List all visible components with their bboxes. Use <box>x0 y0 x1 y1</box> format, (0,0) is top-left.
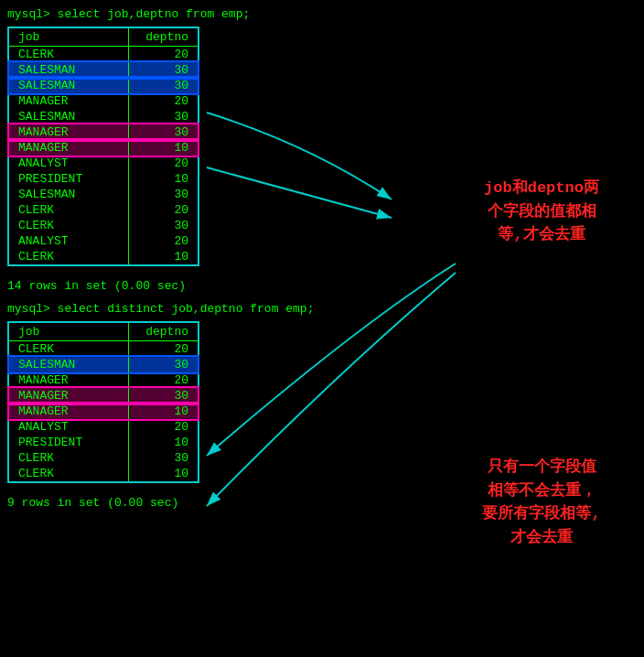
deptno-cell: 30 <box>128 78 198 93</box>
footer-1: 14 rows in set (0.00 sec) <box>7 279 236 293</box>
table-row: SALESMAN30 <box>9 62 198 78</box>
table-row: MANAGER20 <box>9 93 198 109</box>
deptno-cell: 20 <box>128 156 198 171</box>
job-cell: MANAGER <box>9 372 128 388</box>
deptno-cell: 20 <box>128 93 198 109</box>
table-row: ANALYST20 <box>9 156 198 171</box>
job-cell: ANALYST <box>9 233 128 249</box>
deptno-cell: 20 <box>128 47 198 63</box>
job-cell: MANAGER <box>9 93 128 109</box>
table-row: ANALYST20 <box>9 419 198 435</box>
job-cell: MANAGER <box>9 140 128 156</box>
table-row: PRESIDENT10 <box>9 171 198 187</box>
table-row: MANAGER10 <box>9 140 198 156</box>
prompt-2: mysql> select distinct job,deptno from e… <box>7 302 236 316</box>
deptno-cell: 20 <box>128 419 198 435</box>
job-cell: CLERK <box>9 341 128 358</box>
table-row: CLERK30 <box>9 218 198 233</box>
annotation-1: job和deptno两 个字段的值都相 等,才会去重 <box>441 177 642 247</box>
table-row: SALESMAN30 <box>9 109 198 124</box>
table-row: ANALYST20 <box>9 233 198 249</box>
deptno-cell: 30 <box>128 124 198 140</box>
table-row: MANAGER30 <box>9 388 198 404</box>
job-cell: CLERK <box>9 450 128 466</box>
job-cell: MANAGER <box>9 404 128 419</box>
deptno-cell: 20 <box>128 202 198 218</box>
col-header-job-2: job <box>9 323 128 341</box>
deptno-cell: 10 <box>128 249 198 264</box>
job-cell: SALESMAN <box>9 78 128 93</box>
deptno-cell: 20 <box>128 372 198 388</box>
job-cell: ANALYST <box>9 156 128 171</box>
deptno-cell: 10 <box>128 435 198 450</box>
table-row: SALESMAN30 <box>9 357 198 372</box>
table-row: CLERK20 <box>9 202 198 218</box>
deptno-cell: 10 <box>128 171 198 187</box>
table-row: CLERK30 <box>9 450 198 466</box>
col-header-deptno-2: deptno <box>128 323 198 341</box>
deptno-cell: 30 <box>128 388 198 404</box>
deptno-cell: 30 <box>128 187 198 202</box>
job-cell: MANAGER <box>9 388 128 404</box>
table-1: job deptno CLERK20SALESMAN30SALESMAN30MA… <box>7 27 199 266</box>
table-row: CLERK20 <box>9 341 198 358</box>
col-header-job-1: job <box>9 28 128 47</box>
job-cell: CLERK <box>9 466 128 481</box>
col-header-deptno-1: deptno <box>128 28 198 47</box>
deptno-cell: 10 <box>128 404 198 419</box>
table-row: SALESMAN30 <box>9 78 198 93</box>
deptno-cell: 10 <box>128 140 198 156</box>
job-cell: MANAGER <box>9 124 128 140</box>
deptno-cell: 30 <box>128 62 198 78</box>
deptno-cell: 30 <box>128 450 198 466</box>
job-cell: ANALYST <box>9 419 128 435</box>
deptno-cell: 10 <box>128 466 198 481</box>
table-row: PRESIDENT10 <box>9 435 198 450</box>
table-row: CLERK10 <box>9 466 198 481</box>
job-cell: CLERK <box>9 218 128 233</box>
job-cell: CLERK <box>9 47 128 63</box>
annotation-2: 只有一个字段值 相等不会去重， 要所有字段相等, 才会去重 <box>441 456 642 549</box>
footer-2: 9 rows in set (0.00 sec) <box>7 496 236 510</box>
prompt-1: mysql> select job,deptno from emp; <box>7 7 236 21</box>
table-row: MANAGER30 <box>9 124 198 140</box>
table-row: MANAGER20 <box>9 372 198 388</box>
table-row: CLERK20 <box>9 47 198 63</box>
deptno-cell: 30 <box>128 109 198 124</box>
table-2: job deptno CLERK20SALESMAN30MANAGER20MAN… <box>7 321 199 483</box>
job-cell: SALESMAN <box>9 187 128 202</box>
deptno-cell: 30 <box>128 357 198 372</box>
job-cell: SALESMAN <box>9 357 128 372</box>
job-cell: PRESIDENT <box>9 171 128 187</box>
deptno-cell: 30 <box>128 218 198 233</box>
deptno-cell: 20 <box>128 233 198 249</box>
table-row: MANAGER10 <box>9 404 198 419</box>
job-cell: SALESMAN <box>9 62 128 78</box>
deptno-cell: 20 <box>128 341 198 358</box>
job-cell: SALESMAN <box>9 109 128 124</box>
job-cell: PRESIDENT <box>9 435 128 450</box>
job-cell: CLERK <box>9 202 128 218</box>
table-row: CLERK10 <box>9 249 198 264</box>
job-cell: CLERK <box>9 249 128 264</box>
table-row: SALESMAN30 <box>9 187 198 202</box>
